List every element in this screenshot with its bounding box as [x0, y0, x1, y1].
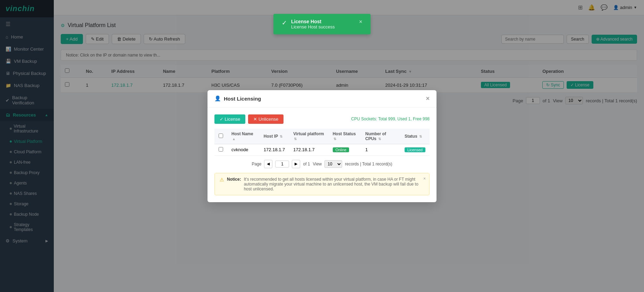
- modal-view-label: View: [313, 162, 322, 166]
- modal-body: ✓ License ✕ Unlicense CPU Sockets: Total…: [207, 108, 437, 202]
- modal-host-icon: 👤: [214, 95, 221, 102]
- modal-notice-close-button[interactable]: ×: [423, 176, 426, 181]
- warning-icon: ⚠: [220, 177, 224, 182]
- modal-row-status: Licensed: [400, 144, 430, 155]
- modal-table: Host Name ▲ Host IP ⇅ Virtual platform ⇅…: [214, 129, 430, 156]
- toast-notification: ✓ License Host License Host success ×: [273, 14, 371, 34]
- sort-icon: ▲: [232, 137, 236, 141]
- modal-page-label: Page: [252, 162, 261, 166]
- modal-license-button[interactable]: ✓ License: [214, 114, 245, 124]
- licensed-status-badge: Licensed: [405, 147, 425, 152]
- modal-header: 👤 Host Licensing ×: [207, 90, 437, 108]
- modal-select-all[interactable]: [219, 134, 223, 138]
- modal-notice-prefix: Notice:: [227, 177, 241, 182]
- modal-col-host-name: Host Name ▲: [227, 129, 260, 144]
- toast-content: License Host License Host success: [291, 19, 335, 29]
- modal-of-label: of 1: [303, 162, 310, 166]
- modal-dialog: 👤 Host Licensing × ✓ License ✕ Unlicense…: [207, 90, 437, 202]
- modal-table-row: cvknode 172.18.1.7 172.18.1.7 Online 1 L…: [214, 144, 430, 155]
- host-status-badge: Online: [333, 147, 349, 152]
- sort-icon: ⇅: [294, 137, 297, 141]
- modal-notice: ⚠ Notice: It's recommended to get all ho…: [214, 173, 430, 195]
- modal-row-checkbox: [214, 144, 227, 155]
- cpu-info: CPU Sockets: Total 999, Used 1, Free 998: [351, 117, 430, 121]
- modal-col-host-ip: Host IP ⇅: [260, 129, 289, 144]
- modal-row-host-status: Online: [329, 144, 361, 155]
- modal-unlicense-button[interactable]: ✕ Unlicense: [248, 114, 283, 124]
- sort-icon: ⇅: [280, 135, 282, 138]
- modal-row-num-cpus: 1: [361, 144, 400, 155]
- modal-row-host-ip: 172.18.1.7: [260, 144, 289, 155]
- modal-col-virtual-platform: Virtual platform ⇅: [289, 129, 328, 144]
- modal-row-select[interactable]: [219, 147, 223, 152]
- toast-title: License Host: [291, 19, 335, 24]
- modal-next-page[interactable]: ▶: [292, 160, 300, 168]
- modal-col-host-status: Host Status ⇅: [329, 129, 361, 144]
- modal-title: Host Licensing: [224, 96, 261, 102]
- modal-actions: ✓ License ✕ Unlicense CPU Sockets: Total…: [214, 114, 430, 124]
- modal-col-checkbox: [214, 129, 227, 144]
- sort-icon: ⇅: [333, 137, 336, 141]
- sort-icon: ⇅: [419, 135, 422, 138]
- modal-prev-page[interactable]: ◀: [264, 160, 272, 168]
- modal-row-virtual-platform: 172.18.1.7: [289, 144, 328, 155]
- toast-message: License Host success: [291, 24, 335, 29]
- modal-view-select[interactable]: 10 20 50 100: [324, 160, 342, 168]
- modal-close-button[interactable]: ×: [426, 95, 430, 102]
- toast-success-icon: ✓: [282, 19, 287, 27]
- modal-pagination: Page ◀ ▶ of 1 View 10 20 50 100 records …: [214, 160, 430, 168]
- modal-page-input[interactable]: [275, 161, 289, 168]
- toast-close-button[interactable]: ×: [359, 19, 362, 25]
- modal-col-status: Status ⇅: [400, 129, 430, 144]
- modal-notice-text: It's recommended to get all hosts licens…: [244, 177, 424, 191]
- modal-records-label: records | Total 1 record(s): [345, 162, 392, 166]
- modal-col-num-cpus: Number of CPUs ⇅: [361, 129, 400, 144]
- modal-overlay[interactable]: 👤 Host Licensing × ✓ License ✕ Unlicense…: [0, 0, 644, 292]
- sort-icon: ⇅: [378, 137, 381, 141]
- modal-row-host-name: cvknode: [227, 144, 260, 155]
